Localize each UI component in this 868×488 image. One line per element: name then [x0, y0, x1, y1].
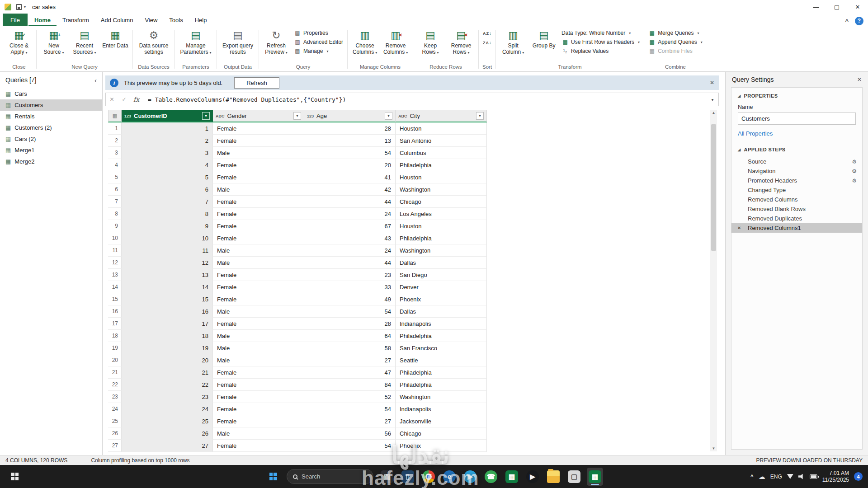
query-settings-close-icon[interactable]: ✕: [857, 76, 862, 83]
cell[interactable]: Los Angeles: [396, 208, 487, 220]
manage-parameters-button[interactable]: ▤ Manage Parameters: [177, 27, 214, 56]
collapse-ribbon-icon[interactable]: ^: [845, 18, 849, 24]
scrollbar-thumb[interactable]: [711, 124, 716, 251]
filter-button[interactable]: ▾: [293, 112, 301, 120]
query-item[interactable]: ▦Rentals: [0, 111, 102, 122]
cell[interactable]: San Francisco: [396, 342, 487, 354]
row-number[interactable]: 5: [108, 171, 122, 183]
cell[interactable]: 28: [304, 122, 396, 135]
cell[interactable]: 8: [122, 208, 213, 220]
cell[interactable]: Female: [213, 366, 304, 379]
enter-data-button[interactable]: ▦ Enter Data: [100, 27, 130, 49]
cell[interactable]: 20: [304, 159, 396, 171]
windows-logo-icon[interactable]: [11, 473, 19, 480]
screen-capture-app[interactable]: ▣: [379, 468, 395, 486]
cell[interactable]: Female: [213, 220, 304, 232]
remove-columns-button[interactable]: ▥✕ Remove Columns: [381, 27, 410, 56]
row-number[interactable]: 9: [108, 220, 122, 232]
cell[interactable]: 11: [122, 244, 213, 257]
telegram-app[interactable]: ▶: [462, 468, 478, 486]
row-number[interactable]: 26: [108, 427, 122, 440]
use-first-row-as-headers-button[interactable]: ▦ Use First Row as Headers: [560, 38, 642, 46]
cell[interactable]: 27: [304, 415, 396, 427]
cell[interactable]: 4: [122, 159, 213, 171]
cell[interactable]: Female: [213, 391, 304, 403]
whatsapp-app[interactable]: ☎: [483, 468, 499, 486]
cell[interactable]: Male: [213, 257, 304, 269]
cell[interactable]: 27: [304, 354, 396, 366]
cell[interactable]: 9: [122, 220, 213, 232]
scroll-down-icon[interactable]: ▼: [712, 446, 716, 450]
cell[interactable]: Male: [213, 244, 304, 257]
row-number[interactable]: 4: [108, 159, 122, 171]
row-number[interactable]: 10: [108, 232, 122, 244]
cell[interactable]: Washington: [396, 183, 487, 196]
cell[interactable]: 44: [304, 257, 396, 269]
cell[interactable]: Female: [213, 135, 304, 147]
cell[interactable]: 12: [122, 257, 213, 269]
onedrive-icon[interactable]: ☁: [759, 473, 765, 481]
row-number[interactable]: 20: [108, 354, 122, 366]
cell[interactable]: 42: [304, 183, 396, 196]
append-queries-button[interactable]: ▦ Append Queries: [646, 38, 704, 46]
cell[interactable]: Phoenix: [396, 440, 487, 452]
new-source-button[interactable]: ▦+ New Source: [39, 27, 69, 56]
cell[interactable]: 7: [122, 196, 213, 208]
cell[interactable]: 26: [122, 427, 213, 440]
applied-step[interactable]: ✕Changed Type: [731, 185, 862, 195]
expand-formula-icon[interactable]: ▾: [707, 97, 718, 102]
file-explorer[interactable]: [545, 468, 561, 486]
combine-files-button[interactable]: ▦ Combine Files: [646, 47, 704, 55]
cell[interactable]: 52: [304, 391, 396, 403]
cell[interactable]: Female: [213, 232, 304, 244]
row-number[interactable]: 8: [108, 208, 122, 220]
cell[interactable]: San Antonio: [396, 135, 487, 147]
row-number[interactable]: 7: [108, 196, 122, 208]
row-number[interactable]: 3: [108, 147, 122, 159]
column-header-age[interactable]: 123Age▾: [304, 110, 396, 122]
notification-badge[interactable]: 4: [854, 472, 863, 481]
tab-home[interactable]: Home: [28, 14, 57, 26]
cell[interactable]: Philadelphia: [396, 379, 487, 391]
cell[interactable]: 13: [122, 269, 213, 281]
cell[interactable]: Male: [213, 330, 304, 342]
column-header-gender[interactable]: ABCGender▾: [213, 110, 304, 122]
phone-link-app[interactable]: ▯: [400, 468, 416, 486]
cell[interactable]: Washington: [396, 391, 487, 403]
row-number[interactable]: 27: [108, 440, 122, 452]
close-button[interactable]: ✕: [847, 0, 868, 14]
export-query-results-button[interactable]: ▤ Export query results: [219, 27, 256, 55]
step-settings-icon[interactable]: ⚙: [852, 178, 857, 184]
remove-rows-button[interactable]: ▤✕ Remove Rows: [446, 27, 476, 56]
cell[interactable]: Male: [213, 305, 304, 318]
filter-button[interactable]: ▾: [202, 112, 210, 120]
cell[interactable]: Female: [213, 269, 304, 281]
store-app[interactable]: ▦: [504, 468, 520, 486]
cell[interactable]: Female: [213, 171, 304, 183]
cell[interactable]: Philadelphia: [396, 232, 487, 244]
cell[interactable]: 28: [304, 318, 396, 330]
cell[interactable]: Female: [213, 208, 304, 220]
volume-icon[interactable]: [798, 474, 805, 479]
cell[interactable]: Male: [213, 427, 304, 440]
sort-ascending-button[interactable]: AZ↓: [481, 29, 493, 37]
utility-app[interactable]: ▢: [566, 468, 582, 486]
tab-file[interactable]: File: [3, 14, 28, 26]
cell[interactable]: Female: [213, 318, 304, 330]
language-indicator[interactable]: ENG: [770, 474, 782, 480]
tab-add-column[interactable]: Add Column: [95, 14, 139, 26]
cell[interactable]: 21: [122, 366, 213, 379]
cell[interactable]: Female: [213, 415, 304, 427]
refresh-preview-button[interactable]: ↻ Refresh Preview: [261, 27, 291, 56]
cell[interactable]: Chicago: [396, 427, 487, 440]
query-name-input[interactable]: [738, 113, 856, 125]
row-number[interactable]: 2: [108, 135, 122, 147]
cell[interactable]: 58: [304, 342, 396, 354]
keep-rows-button[interactable]: ▤ Keep Rows: [415, 27, 445, 56]
advanced-editor-button[interactable]: ▥ Advanced Editor: [292, 38, 345, 46]
cell[interactable]: Male: [213, 147, 304, 159]
cell[interactable]: Columbus: [396, 147, 487, 159]
cell[interactable]: 54: [304, 403, 396, 415]
applied-step[interactable]: ✕Removed Columns1: [731, 223, 862, 233]
cell[interactable]: Dallas: [396, 305, 487, 318]
